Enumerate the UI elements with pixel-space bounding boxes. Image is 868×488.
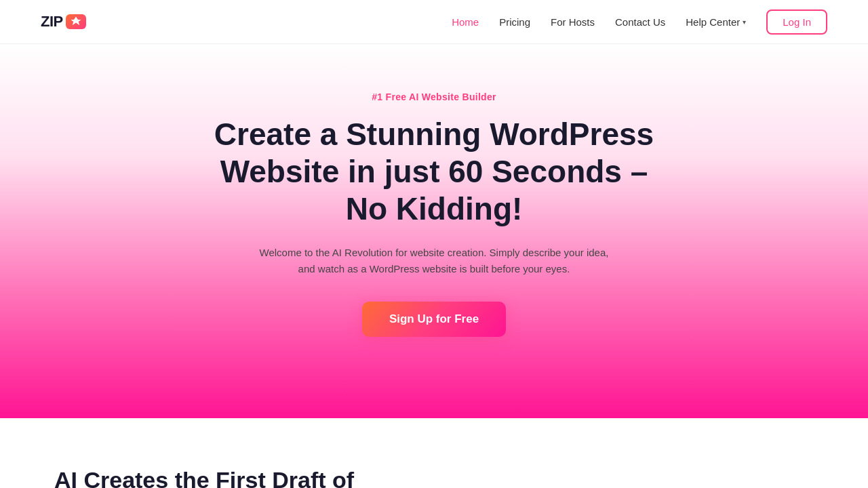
hero-subtitle: Welcome to the AI Revolution for website… (251, 245, 617, 277)
nav-pricing[interactable]: Pricing (499, 16, 530, 28)
logo-text: ZIP (41, 13, 63, 30)
nav-links: Home Pricing For Hosts Contact Us Help C… (452, 9, 827, 35)
nav-help-center[interactable]: Help Center ▾ (686, 16, 746, 28)
help-center-label: Help Center (686, 16, 740, 28)
hero-tag: #1 Free AI Website Builder (14, 92, 854, 102)
nav-for-hosts[interactable]: For Hosts (551, 16, 595, 28)
navbar: ZIP Home Pricing For Hosts Contact Us He… (0, 0, 868, 44)
features-section: AI Creates the First Draft of Your Websi… (0, 418, 868, 488)
login-button[interactable]: Log In (766, 9, 827, 35)
nav-home[interactable]: Home (452, 16, 479, 28)
logo[interactable]: ZIP (41, 13, 86, 30)
nav-contact[interactable]: Contact Us (615, 16, 665, 28)
hero-cta-button[interactable]: Sign Up for Free (362, 302, 506, 337)
chevron-down-icon: ▾ (743, 18, 746, 26)
hero-title: Create a Stunning WordPress Website in j… (197, 116, 671, 228)
logo-badge (66, 14, 86, 29)
section2-title: AI Creates the First Draft of Your Websi… (54, 466, 359, 488)
hero-section: #1 Free AI Website Builder Create a Stun… (0, 44, 868, 418)
